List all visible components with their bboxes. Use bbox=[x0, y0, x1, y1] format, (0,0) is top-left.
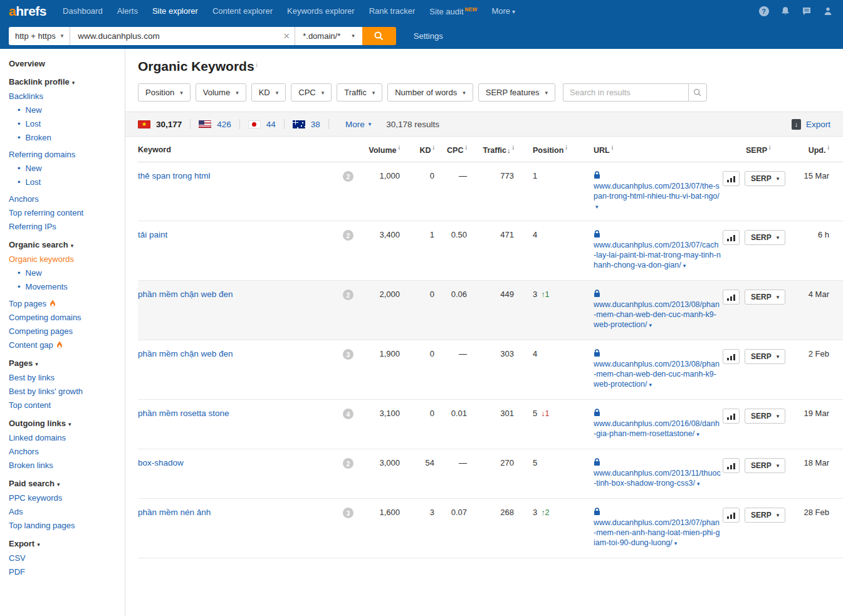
url-link[interactable]: www.ducanhplus.com/2013/07/the-span-tron… bbox=[594, 182, 720, 201]
positions-history-button[interactable] bbox=[723, 349, 740, 364]
url-dropdown-icon[interactable]: ▾ bbox=[696, 431, 699, 437]
sidebar-item-top-landing-pages[interactable]: Top landing pages bbox=[9, 521, 118, 530]
settings-link[interactable]: Settings bbox=[414, 31, 443, 41]
nav-alerts[interactable]: Alerts bbox=[117, 6, 138, 16]
header-cpc[interactable]: CPCi bbox=[436, 137, 468, 162]
sidebar-section-pages[interactable]: Pages▾ bbox=[9, 358, 118, 368]
nav-dashboard[interactable]: Dashboard bbox=[63, 6, 103, 16]
sidebar-item-broken-links[interactable]: Broken links bbox=[9, 461, 118, 470]
sidebar-item-top-content[interactable]: Top content bbox=[9, 400, 118, 410]
keyword-link[interactable]: phần mềm chặn web đen bbox=[138, 349, 233, 358]
search-in-results-input[interactable] bbox=[563, 83, 688, 102]
sidebar-item-pdf[interactable]: PDF bbox=[9, 567, 118, 577]
sidebar-item-overview[interactable]: Overview bbox=[9, 59, 118, 68]
sidebar-section-paid-search[interactable]: Paid search▾ bbox=[9, 479, 118, 488]
clear-input-icon[interactable]: × bbox=[283, 31, 290, 41]
serp-button[interactable]: SERP▾ bbox=[745, 458, 785, 473]
sidebar-item-backlinks-broken[interactable]: •Broken bbox=[18, 133, 118, 142]
keyword-link[interactable]: tải paint bbox=[138, 230, 167, 239]
serp-button[interactable]: SERP▾ bbox=[745, 171, 785, 186]
sidebar-item-backlinks[interactable]: Backlinks bbox=[9, 91, 118, 101]
header-serp[interactable]: SERPi bbox=[721, 137, 788, 162]
sidebar-item-backlinks-lost[interactable]: •Lost bbox=[18, 119, 118, 128]
sidebar-item-referring-domains[interactable]: Referring domains bbox=[9, 150, 118, 159]
url-dropdown-icon[interactable]: ▾ bbox=[649, 382, 652, 388]
country-filter-japan[interactable]: 44 bbox=[248, 120, 276, 129]
sidebar-item-top-pages[interactable]: Top pages bbox=[9, 299, 118, 308]
positions-history-button[interactable] bbox=[723, 409, 740, 424]
keyword-link[interactable]: phần mềm nén ảnh bbox=[138, 508, 211, 517]
protocol-select[interactable]: http + https▾ bbox=[9, 27, 70, 45]
positions-history-button[interactable] bbox=[723, 508, 740, 523]
export-button[interactable]: ↓Export bbox=[792, 119, 830, 130]
help-icon[interactable]: ? bbox=[758, 6, 769, 17]
url-dropdown-icon[interactable]: ▾ bbox=[683, 263, 686, 269]
sidebar-section-backlink-profile[interactable]: Backlink profile▾ bbox=[9, 77, 118, 86]
url-link[interactable]: www.ducanhplus.com/2013/08/phan-mem-chan… bbox=[594, 300, 720, 329]
header-position[interactable]: Positioni bbox=[514, 137, 586, 162]
sidebar-item-outgoing-anchors[interactable]: Anchors bbox=[9, 447, 118, 456]
positions-history-button[interactable] bbox=[723, 458, 740, 473]
sidebar-item-refdomains-new[interactable]: •New bbox=[18, 164, 118, 173]
nav-site-audit[interactable]: Site auditNEW bbox=[429, 6, 477, 16]
url-dropdown-icon[interactable]: ▾ bbox=[674, 540, 678, 546]
url-link[interactable]: www.ducanhplus.com/2013/07/phan-mem-nen-… bbox=[594, 518, 720, 547]
nav-more[interactable]: More▾ bbox=[491, 6, 515, 16]
sidebar-item-anchors[interactable]: Anchors bbox=[9, 194, 118, 204]
url-link[interactable]: www.ducanhplus.com/2013/08/phan-mem-chan… bbox=[594, 360, 720, 389]
more-countries-button[interactable]: More▾ bbox=[345, 120, 371, 129]
sidebar-item-organic-new[interactable]: •New bbox=[18, 268, 118, 278]
nav-content-explorer[interactable]: Content explorer bbox=[212, 6, 273, 16]
nav-keywords-explorer[interactable]: Keywords explorer bbox=[287, 6, 355, 16]
sidebar-item-refdomains-lost[interactable]: •Lost bbox=[18, 177, 118, 187]
sidebar-item-competing-pages[interactable]: Competing pages bbox=[9, 326, 118, 336]
user-icon[interactable] bbox=[822, 6, 833, 17]
nav-site-explorer[interactable]: Site explorer bbox=[152, 6, 198, 16]
search-in-results-button[interactable] bbox=[688, 83, 707, 102]
header-volume[interactable]: Volumei bbox=[360, 137, 404, 162]
sidebar-section-organic-search[interactable]: Organic search▾ bbox=[9, 240, 118, 249]
sidebar-item-competing-domains[interactable]: Competing domains bbox=[9, 313, 118, 322]
sidebar-section-export[interactable]: Export▾ bbox=[9, 539, 118, 548]
filter-position[interactable]: Position▾ bbox=[138, 83, 191, 102]
header-kd[interactable]: KDi bbox=[404, 137, 436, 162]
filter-serp-features[interactable]: SERP features▾ bbox=[478, 83, 555, 102]
positions-history-button[interactable] bbox=[723, 171, 740, 186]
sidebar-item-best-by-links-growth[interactable]: Best by links' growth bbox=[9, 387, 118, 396]
sidebar-item-best-by-links[interactable]: Best by links bbox=[9, 373, 118, 382]
sidebar-item-organic-keywords[interactable]: Organic keywords bbox=[9, 254, 118, 264]
header-url[interactable]: URLi bbox=[586, 137, 721, 162]
keyword-link[interactable]: phần mềm rosetta stone bbox=[138, 409, 229, 418]
serp-button[interactable]: SERP▾ bbox=[745, 508, 785, 523]
sidebar-item-backlinks-new[interactable]: •New bbox=[18, 105, 118, 115]
header-traffic[interactable]: Traffic↓i bbox=[468, 137, 514, 162]
sidebar-item-linked-domains[interactable]: Linked domains bbox=[9, 433, 118, 442]
nav-rank-tracker[interactable]: Rank tracker bbox=[369, 6, 416, 16]
sidebar-item-top-referring-content[interactable]: Top referring content bbox=[9, 208, 118, 217]
sidebar-item-csv[interactable]: CSV bbox=[9, 553, 118, 563]
header-upd[interactable]: Upd.i bbox=[788, 137, 843, 162]
chat-icon[interactable] bbox=[801, 6, 812, 17]
keyword-link[interactable]: phần mềm chặn web đen bbox=[138, 290, 233, 299]
url-dropdown-icon[interactable]: ▾ bbox=[649, 322, 652, 328]
sidebar-item-organic-movements[interactable]: •Movements bbox=[18, 282, 118, 291]
serp-button[interactable]: SERP▾ bbox=[745, 290, 785, 305]
bell-icon[interactable] bbox=[780, 6, 790, 17]
search-button[interactable] bbox=[362, 27, 396, 45]
positions-history-button[interactable] bbox=[723, 230, 740, 245]
filter-kd[interactable]: KD▾ bbox=[251, 83, 286, 102]
country-filter-australia[interactable]: 38 bbox=[293, 120, 320, 129]
country-filter-vietnam[interactable]: ★30,177 bbox=[138, 120, 182, 129]
sidebar-item-ads[interactable]: Ads bbox=[9, 507, 118, 516]
ahrefs-logo[interactable]: ahrefs bbox=[9, 4, 46, 19]
country-filter-usa[interactable]: 426 bbox=[199, 120, 231, 129]
mode-select[interactable]: *.domain/*▾ bbox=[295, 27, 362, 45]
filter-cpc[interactable]: CPC▾ bbox=[291, 83, 332, 102]
sidebar-item-referring-ips[interactable]: Referring IPs bbox=[9, 222, 118, 231]
sidebar-section-outgoing-links[interactable]: Outgoing links▾ bbox=[9, 419, 118, 428]
url-link[interactable]: www.ducanhplus.com/2013/07/cach-lay-lai-… bbox=[594, 241, 721, 269]
target-input[interactable] bbox=[70, 27, 295, 45]
filter-number-of-words[interactable]: Number of words▾ bbox=[387, 83, 473, 102]
header-keyword[interactable]: Keyword bbox=[138, 137, 360, 162]
url-dropdown-icon[interactable]: ▾ bbox=[595, 204, 599, 210]
